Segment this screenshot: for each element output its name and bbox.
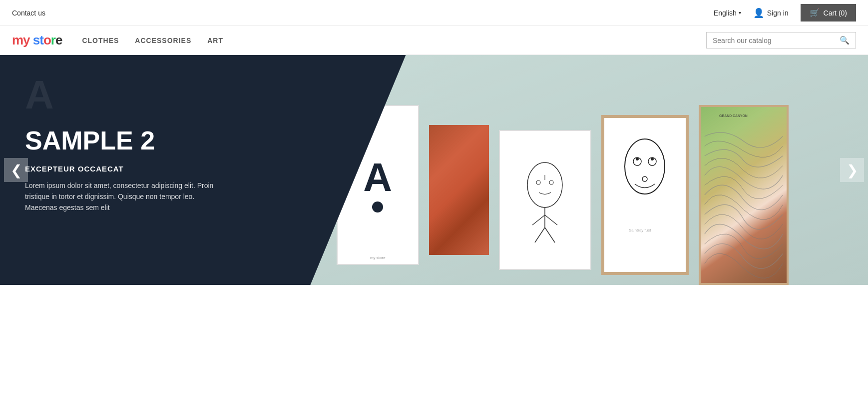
top-bar-left: Contact us — [12, 8, 45, 18]
logo-r: r — [51, 32, 55, 48]
slide-content: SAMPLE 2 EXCEPTEUR OCCAECAT Lorem ipsum … — [0, 55, 434, 285]
svg-point-12 — [642, 176, 647, 182]
chevron-down-icon: ▾ — [739, 10, 741, 16]
art-frame-3 — [499, 130, 591, 270]
svg-point-6 — [536, 180, 540, 184]
sketch-svg — [510, 150, 580, 250]
logo-s: s — [33, 32, 39, 48]
logo-o: o — [43, 32, 51, 48]
chevron-right-icon: ❯ — [847, 162, 858, 178]
svg-text:Saintray fust: Saintray fust — [629, 228, 651, 232]
logo-t: t — [39, 32, 43, 48]
map-texture: GRAND CANYON — [701, 107, 787, 283]
top-bar-right: English ▾ 👤 Sign in 🛒 Cart (0) — [714, 4, 856, 22]
search-icon: 🔍 — [840, 36, 850, 44]
map-svg: GRAND CANYON — [701, 107, 787, 283]
art-frame-4: Saintray fust — [601, 115, 689, 275]
language-selector[interactable]: English ▾ — [714, 9, 741, 17]
main-nav: CLOTHES ACCESSORIES ART — [82, 36, 686, 44]
art-frame-5: GRAND CANYON — [699, 105, 789, 285]
nav-item-clothes[interactable]: CLOTHES — [82, 36, 119, 44]
search-button[interactable]: 🔍 — [840, 36, 850, 45]
svg-line-2 — [532, 215, 545, 225]
logo[interactable]: my store — [12, 32, 62, 48]
chevron-left-icon: ❮ — [10, 162, 22, 178]
search-box: 🔍 — [706, 32, 856, 48]
sign-in-label: Sign in — [767, 9, 789, 17]
svg-point-9 — [625, 139, 665, 194]
carousel-prev-button[interactable]: ❮ — [4, 158, 28, 182]
abstract-face-sketch: Saintray fust — [604, 118, 686, 272]
nav-item-art[interactable]: ART — [207, 36, 223, 44]
cloth-texture — [429, 125, 489, 255]
nav-item-accessories[interactable]: ACCESSORIES — [135, 36, 191, 44]
search-input[interactable] — [713, 36, 840, 44]
cart-icon: 🛒 — [810, 8, 820, 18]
hero-carousel: A my store — [0, 55, 868, 285]
svg-text:GRAND CANYON: GRAND CANYON — [719, 114, 748, 118]
slide-description: Lorem ipsum dolor sit amet, consectetur … — [25, 180, 215, 214]
language-label: English — [714, 9, 737, 17]
svg-line-5 — [545, 228, 555, 242]
cart-button[interactable]: 🛒 Cart (0) — [801, 4, 856, 22]
header: my store CLOTHES ACCESSORIES ART 🔍 — [0, 26, 868, 55]
svg-point-14 — [651, 158, 654, 160]
art-frame-2 — [429, 125, 489, 255]
carousel-next-button[interactable]: ❯ — [840, 158, 864, 182]
svg-line-3 — [545, 215, 557, 225]
svg-point-13 — [636, 158, 639, 160]
face-sketch — [500, 131, 590, 269]
top-bar: Contact us English ▾ 👤 Sign in 🛒 Cart (0… — [0, 0, 868, 26]
abstract-svg: Saintray fust — [606, 122, 684, 269]
svg-point-0 — [527, 162, 562, 208]
person-icon: 👤 — [753, 8, 764, 18]
logo-e: e — [55, 32, 62, 48]
contact-us-link[interactable]: Contact us — [12, 9, 45, 17]
slide-subtitle: EXCEPTEUR OCCAECAT — [25, 164, 409, 173]
slide-title: SAMPLE 2 — [25, 126, 409, 155]
svg-line-4 — [535, 228, 545, 242]
logo-my: my — [12, 32, 30, 48]
svg-point-7 — [549, 180, 553, 184]
cart-label: Cart (0) — [824, 9, 847, 17]
sign-in-button[interactable]: 👤 Sign in — [753, 8, 789, 18]
